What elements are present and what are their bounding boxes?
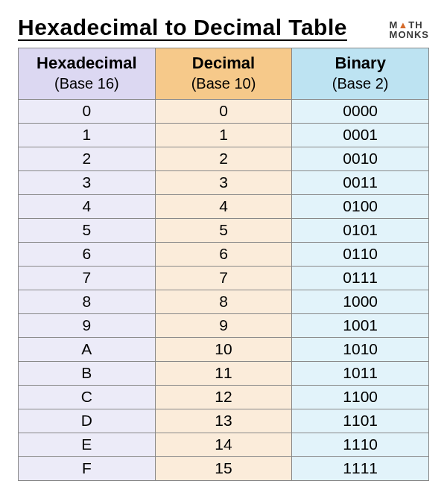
col-title: Hexadecimal [37, 54, 137, 72]
cell-dec: 6 [155, 242, 292, 266]
cell-bin: 1010 [292, 337, 429, 361]
cell-bin: 0011 [292, 170, 429, 194]
cell-bin: 0111 [292, 266, 429, 290]
table-row: 220010 [19, 147, 429, 170]
cell-dec: 8 [155, 290, 292, 313]
page-title: Hexadecimal to Decimal Table [18, 15, 347, 40]
table-row: 110001 [19, 123, 429, 147]
cell-dec: 13 [155, 409, 292, 433]
table-row: 991001 [19, 313, 429, 337]
cell-bin: 1100 [292, 385, 429, 409]
cell-hex: 4 [19, 194, 156, 218]
cell-bin: 0010 [292, 147, 429, 170]
cell-hex: 9 [19, 313, 156, 337]
table-row: B111011 [19, 361, 429, 385]
cell-hex: F [19, 456, 156, 480]
cell-bin: 0100 [292, 194, 429, 218]
cell-bin: 1101 [292, 409, 429, 433]
cell-hex: 0 [19, 99, 156, 123]
col-header-bin: Binary (Base 2) [292, 48, 429, 100]
cell-hex: 2 [19, 147, 156, 170]
cell-hex: 3 [19, 170, 156, 194]
table-row: 881000 [19, 290, 429, 313]
cell-bin: 1000 [292, 290, 429, 313]
conversion-table: Hexadecimal (Base 16) Decimal (Base 10) … [18, 48, 429, 481]
table-row: D131101 [19, 409, 429, 433]
cell-bin: 1011 [292, 361, 429, 385]
cell-dec: 11 [155, 361, 292, 385]
table-row: F151111 [19, 456, 429, 480]
table-row: 440100 [19, 194, 429, 218]
table-row: 660110 [19, 242, 429, 266]
cell-hex: B [19, 361, 156, 385]
cell-bin: 0110 [292, 242, 429, 266]
cell-bin: 1111 [292, 456, 429, 480]
cell-bin: 0001 [292, 123, 429, 147]
cell-hex: E [19, 433, 156, 456]
cell-hex: D [19, 409, 156, 433]
cell-bin: 1110 [292, 433, 429, 456]
table-row: 330011 [19, 170, 429, 194]
table-row: 000000 [19, 99, 429, 123]
cell-hex: 1 [19, 123, 156, 147]
table-row: A101010 [19, 337, 429, 361]
col-header-hex: Hexadecimal (Base 16) [19, 48, 156, 100]
cell-dec: 7 [155, 266, 292, 290]
table-row: 550101 [19, 218, 429, 242]
cell-hex: A [19, 337, 156, 361]
cell-dec: 5 [155, 218, 292, 242]
table-row: C121100 [19, 385, 429, 409]
cell-dec: 1 [155, 123, 292, 147]
cell-dec: 14 [155, 433, 292, 456]
cell-bin: 1001 [292, 313, 429, 337]
col-sub: (Base 16) [54, 75, 119, 92]
brand-logo-line2: MONKS [390, 30, 429, 40]
col-title: Decimal [192, 54, 255, 72]
cell-bin: 0101 [292, 218, 429, 242]
col-sub: (Base 2) [332, 75, 389, 92]
table-header-row: Hexadecimal (Base 16) Decimal (Base 10) … [19, 48, 429, 100]
cell-dec: 4 [155, 194, 292, 218]
cell-dec: 12 [155, 385, 292, 409]
col-sub: (Base 10) [191, 75, 256, 92]
cell-bin: 0000 [292, 99, 429, 123]
table-body: 0000001100012200103300114401005501016601… [19, 99, 429, 480]
table-row: 770111 [19, 266, 429, 290]
cell-dec: 0 [155, 99, 292, 123]
col-header-dec: Decimal (Base 10) [155, 48, 292, 100]
col-title: Binary [335, 54, 385, 72]
cell-dec: 2 [155, 147, 292, 170]
brand-logo-line1: M▲TH [390, 20, 429, 31]
cell-hex: 5 [19, 218, 156, 242]
cell-dec: 10 [155, 337, 292, 361]
cell-dec: 15 [155, 456, 292, 480]
cell-hex: 7 [19, 266, 156, 290]
cell-dec: 9 [155, 313, 292, 337]
cell-dec: 3 [155, 170, 292, 194]
cell-hex: 6 [19, 242, 156, 266]
cell-hex: C [19, 385, 156, 409]
cell-hex: 8 [19, 290, 156, 313]
brand-logo: M▲TH MONKS [390, 20, 429, 40]
table-row: E141110 [19, 433, 429, 456]
